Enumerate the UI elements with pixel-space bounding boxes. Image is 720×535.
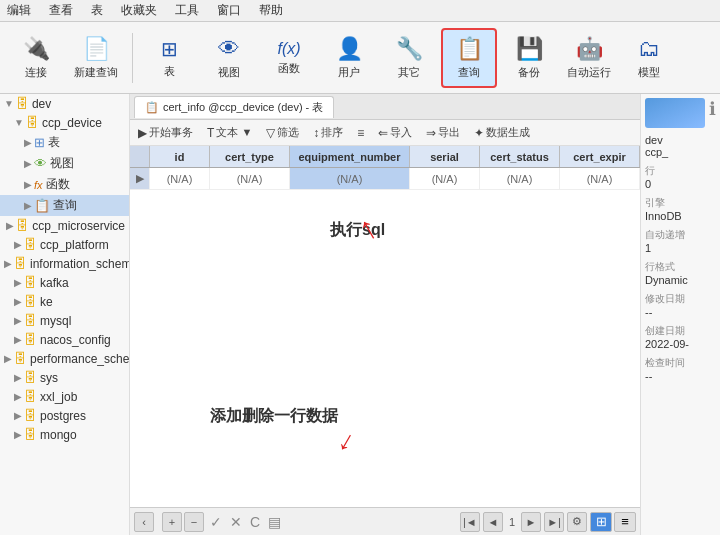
sidebar-item-tables[interactable]: ▶ ⊞ 表: [0, 132, 129, 153]
right-panel-table-value: ccp_: [645, 146, 716, 158]
menu-window[interactable]: 窗口: [214, 1, 244, 20]
sidebar-item-functions[interactable]: ▶ fx 函数: [0, 174, 129, 195]
btn-more1[interactable]: ≡: [353, 124, 368, 142]
sidebar-item-queries[interactable]: ▶ 📋 查询: [0, 195, 129, 216]
sidebar-item-ccp-device[interactable]: ▼ 🗄 ccp_device: [0, 113, 129, 132]
grid-header-cert-type[interactable]: cert_type: [210, 146, 290, 167]
right-panel-engine-value: InnoDB: [645, 210, 716, 222]
cell-equipment-number[interactable]: (N/A): [290, 168, 410, 189]
right-panel-db: dev ccp_: [645, 134, 716, 158]
grid-view-button[interactable]: ⊞: [590, 512, 612, 532]
sidebar-item-kafka[interactable]: ▶ 🗄 kafka: [0, 273, 129, 292]
filter-icon: ▽: [266, 126, 275, 140]
sidebar-item-information-schema[interactable]: ▶ 🗄 information_schema: [0, 254, 129, 273]
tool-other[interactable]: 🔧 其它: [381, 28, 437, 88]
sidebar-item-mysql[interactable]: ▶ 🗄 mysql: [0, 311, 129, 330]
cell-cert-type[interactable]: (N/A): [210, 168, 290, 189]
confirm-icon[interactable]: ✓: [208, 512, 224, 532]
filter-label: 筛选: [277, 125, 299, 140]
right-panel-modified-label: 修改日期: [645, 292, 716, 306]
nav-scroll-left-button[interactable]: ‹: [134, 512, 154, 532]
grid-header-cert-status[interactable]: cert_status: [480, 146, 560, 167]
right-panel-auto-inc-value: 1: [645, 242, 716, 254]
cancel-icon[interactable]: ✕: [228, 512, 244, 532]
grid-header-id[interactable]: id: [150, 146, 210, 167]
delete-row-button[interactable]: −: [184, 512, 204, 532]
grid-header-serial[interactable]: serial: [410, 146, 480, 167]
menu-tools[interactable]: 工具: [172, 1, 202, 20]
right-panel-thumbnail: [645, 98, 705, 128]
text-icon: T: [207, 126, 214, 140]
grid-header-equipment-number[interactable]: equipment_number: [290, 146, 410, 167]
information-schema-icon: 🗄: [14, 256, 27, 271]
page-next-button[interactable]: ►: [521, 512, 541, 532]
tree-arrow-icon: ▶: [4, 353, 12, 364]
btn-import[interactable]: ⇐ 导入: [374, 123, 416, 142]
tool-connect[interactable]: 🔌 连接: [8, 28, 64, 88]
tool-query[interactable]: 📋 查询: [441, 28, 497, 88]
mongo-icon: 🗄: [24, 427, 37, 442]
sidebar-item-sys[interactable]: ▶ 🗄 sys: [0, 368, 129, 387]
page-first-button[interactable]: |◄: [460, 512, 480, 532]
sidebar-item-nacos-config[interactable]: ▶ 🗄 nacos_config: [0, 330, 129, 349]
grid-view-icon[interactable]: ▤: [266, 512, 283, 532]
sidebar-item-label-information-schema: information_schema: [30, 257, 130, 271]
btn-text[interactable]: T 文本 ▼: [203, 123, 256, 142]
btn-filter[interactable]: ▽ 筛选: [262, 123, 303, 142]
main-tab[interactable]: 📋 cert_info @ccp_device (dev) - 表: [134, 96, 334, 118]
btn-generate[interactable]: ✦ 数据生成: [470, 123, 534, 142]
tree-arrow-icon: ▶: [14, 334, 22, 345]
sidebar-item-mongo[interactable]: ▶ 🗄 mongo: [0, 425, 129, 444]
tool-model[interactable]: 🗂 模型: [621, 28, 677, 88]
menu-edit[interactable]: 编辑: [4, 1, 34, 20]
functions-icon: fx: [34, 179, 43, 191]
list-view-button[interactable]: ≡: [614, 512, 636, 532]
page-prev-button[interactable]: ◄: [483, 512, 503, 532]
page-last-button[interactable]: ►|: [544, 512, 564, 532]
tool-view[interactable]: 👁 视图: [201, 28, 257, 88]
btn-sort[interactable]: ↕ 排序: [309, 123, 347, 142]
sidebar-item-views[interactable]: ▶ 👁 视图: [0, 153, 129, 174]
sidebar-item-postgres[interactable]: ▶ 🗄 postgres: [0, 406, 129, 425]
add-row-button[interactable]: +: [162, 512, 182, 532]
tool-table[interactable]: ⊞ 表: [141, 28, 197, 88]
pagination: |◄ ◄ 1 ► ►| ⚙ ⊞ ≡: [460, 512, 636, 532]
connect-icon: 🔌: [23, 36, 50, 62]
tool-user[interactable]: 👤 用户: [321, 28, 377, 88]
btn-begin-tx[interactable]: ▶ 开始事务: [134, 123, 197, 142]
menu-help[interactable]: 帮助: [256, 1, 286, 20]
table-row[interactable]: ▶ (N/A) (N/A) (N/A) (N/A) (N/A) (N/A): [130, 168, 640, 190]
tool-autorun[interactable]: 🤖 自动运行: [561, 28, 617, 88]
sidebar-item-ccp-platform[interactable]: ▶ 🗄 ccp_platform: [0, 235, 129, 254]
add-delete-arrow-icon: ↓: [333, 424, 361, 459]
generate-label: 数据生成: [486, 125, 530, 140]
tool-function[interactable]: f(x) 函数: [261, 28, 317, 88]
right-panel-modified: 修改日期 --: [645, 292, 716, 318]
tool-backup[interactable]: 💾 备份: [501, 28, 557, 88]
grid-header-cert-expir[interactable]: cert_expir: [560, 146, 640, 167]
page-settings-button[interactable]: ⚙: [567, 512, 587, 532]
sidebar-item-dev[interactable]: ▼ 🗄 dev: [0, 94, 129, 113]
cell-cert-status[interactable]: (N/A): [480, 168, 560, 189]
sidebar-item-ccp-microservice[interactable]: ▶ 🗄 ccp_microservice: [0, 216, 129, 235]
more1-icon: ≡: [357, 126, 364, 140]
right-panel-row-format-value: Dynamic: [645, 274, 716, 286]
info-icon[interactable]: ℹ: [709, 98, 716, 120]
cell-serial[interactable]: (N/A): [410, 168, 480, 189]
cell-id[interactable]: (N/A): [150, 168, 210, 189]
right-panel-row-format: 行格式 Dynamic: [645, 260, 716, 286]
performance-schema-icon: 🗄: [14, 351, 27, 366]
menu-view[interactable]: 查看: [46, 1, 76, 20]
model-icon: 🗂: [638, 36, 660, 62]
sidebar-item-ke[interactable]: ▶ 🗄 ke: [0, 292, 129, 311]
cell-cert-expir[interactable]: (N/A): [560, 168, 640, 189]
sidebar-item-performance-schema[interactable]: ▶ 🗄 performance_schema: [0, 349, 129, 368]
menu-favorites[interactable]: 收藏夹: [118, 1, 160, 20]
sidebar-item-xxl-job[interactable]: ▶ 🗄 xxl_job: [0, 387, 129, 406]
menu-table[interactable]: 表: [88, 1, 106, 20]
query-label: 查询: [458, 65, 480, 80]
btn-export[interactable]: ⇒ 导出: [422, 123, 464, 142]
tree-arrow-icon: ▶: [14, 391, 22, 402]
refresh-icon[interactable]: C: [248, 512, 262, 532]
tool-new-query[interactable]: 📄 新建查询: [68, 28, 124, 88]
